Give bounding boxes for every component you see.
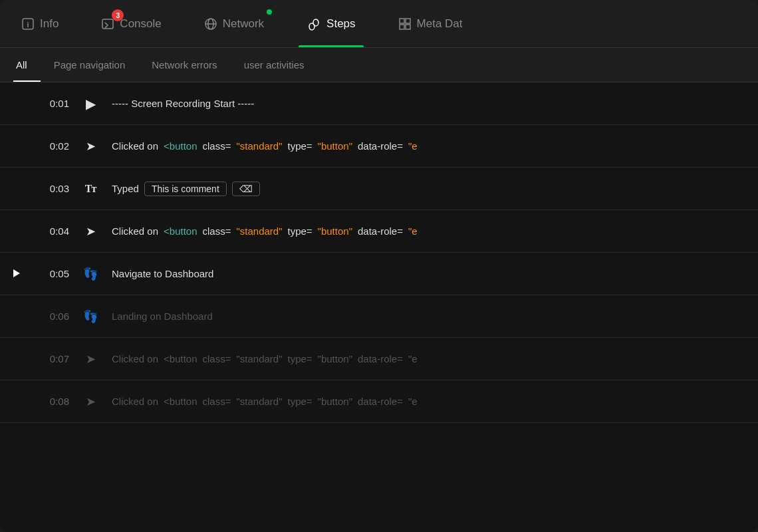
- step-time: 0:08: [37, 396, 69, 407]
- typed-label: Typed: [112, 183, 139, 194]
- code-attr-class: class=: [203, 140, 231, 152]
- info-icon: i: [21, 17, 35, 31]
- cursor-icon: ➤: [86, 352, 96, 366]
- svg-point-7: [313, 19, 318, 26]
- step-time: 0:06: [37, 311, 69, 322]
- step-label: Clicked on: [112, 225, 158, 237]
- code-val-class: "standard": [236, 225, 282, 237]
- step-time: 0:02: [37, 140, 69, 152]
- step-label: Clicked on: [112, 353, 158, 364]
- code-attr-class: class=: [203, 396, 231, 407]
- play-triangle-icon: [13, 269, 20, 277]
- cursor-icon: ➤: [86, 139, 96, 154]
- code-attr-datarole: data-role=: [358, 396, 403, 407]
- step-row[interactable]: 0:07 ➤ Clicked on <button class="standar…: [0, 338, 758, 380]
- filter-user-activities[interactable]: user activities: [231, 48, 318, 82]
- filter-user-activities-label: user activities: [244, 59, 305, 70]
- svg-rect-2: [102, 19, 113, 29]
- code-tag: <button: [164, 353, 197, 364]
- svg-rect-10: [400, 25, 404, 29]
- step-content: Clicked on <button class="standard" type…: [112, 396, 745, 407]
- code-val-datarole: "e: [408, 396, 418, 407]
- step-content: Navigate to Dashboard: [112, 268, 745, 279]
- tab-network-label: Network: [223, 17, 264, 31]
- step-row[interactable]: 0:01 ▶ ----- Screen Recording Start ----…: [0, 82, 758, 125]
- step-text: ----- Screen Recording Start -----: [112, 98, 254, 109]
- code-val-type: "button": [318, 353, 352, 364]
- step-row[interactable]: 0:08 ➤ Clicked on <button class="standar…: [0, 380, 758, 423]
- code-val-datarole: "e: [408, 353, 418, 364]
- steps-icon: [307, 17, 321, 31]
- step-content: Landing on Dashboard: [112, 311, 745, 322]
- backspace-box: ⌫: [232, 182, 260, 196]
- tab-console[interactable]: Console 3: [80, 0, 182, 47]
- filter-all-label: All: [16, 59, 27, 70]
- tab-metadata[interactable]: Meta Dat: [377, 0, 484, 47]
- step-icon-cell: ➤: [80, 352, 101, 366]
- type-icon: Tт: [85, 183, 96, 195]
- step-label: Clicked on: [112, 140, 158, 152]
- step-row[interactable]: 0:02 ➤ Clicked on <button class="standar…: [0, 125, 758, 168]
- code-attr-datarole: data-role=: [358, 140, 403, 152]
- code-val-datarole: "e: [408, 140, 418, 152]
- code-attr-type: type=: [287, 140, 312, 152]
- network-active-dot: [267, 9, 272, 15]
- code-val-class: "standard": [236, 353, 282, 364]
- step-row[interactable]: 0:03 Tт Typed This is comment ⌫: [0, 168, 758, 210]
- typed-value-box: This is comment: [144, 182, 227, 196]
- step-content: ----- Screen Recording Start -----: [112, 98, 745, 109]
- step-text: Navigate to Dashboard: [112, 268, 213, 279]
- step-content: Clicked on <button class="standard" type…: [112, 353, 745, 364]
- tab-steps-label: Steps: [326, 17, 355, 31]
- step-icon-cell: 👣: [80, 309, 101, 324]
- filter-bar: All Page navigation Network errors user …: [0, 48, 758, 82]
- code-val-type: "button": [318, 225, 352, 237]
- step-icon-cell: ▶: [80, 96, 101, 112]
- filter-network-errors-label: Network errors: [152, 59, 217, 70]
- steps-nav-icon: 👣: [83, 309, 98, 324]
- step-time: 0:07: [37, 353, 69, 364]
- step-row[interactable]: 0:04 ➤ Clicked on <button class="standar…: [0, 210, 758, 253]
- step-time: 0:03: [37, 183, 69, 194]
- code-attr-datarole: data-role=: [358, 353, 403, 364]
- step-content: Clicked on <button class="standard" type…: [112, 140, 745, 152]
- step-text: Landing on Dashboard: [112, 311, 213, 322]
- code-attr-type: type=: [287, 396, 312, 407]
- code-val-class: "standard": [236, 140, 282, 152]
- tab-steps[interactable]: Steps: [285, 0, 376, 47]
- step-row[interactable]: 0:05 👣 Navigate to Dashboard: [0, 253, 758, 295]
- code-tag: <button: [164, 140, 197, 152]
- tab-info-label: Info: [40, 17, 59, 31]
- step-time: 0:04: [37, 225, 69, 237]
- tab-network[interactable]: Network: [183, 0, 285, 47]
- code-val-class: "standard": [236, 396, 282, 407]
- code-attr-type: type=: [287, 353, 312, 364]
- step-icon-cell: ➤: [80, 224, 101, 239]
- tab-console-label: Console: [120, 17, 161, 31]
- step-row[interactable]: 0:06 👣 Landing on Dashboard: [0, 295, 758, 338]
- step-time: 0:01: [37, 98, 69, 109]
- step-time: 0:05: [37, 268, 69, 279]
- filter-network-errors[interactable]: Network errors: [138, 48, 230, 82]
- filter-page-nav[interactable]: Page navigation: [41, 48, 139, 82]
- code-tag: <button: [164, 396, 197, 407]
- svg-rect-9: [406, 19, 410, 23]
- code-attr-class: class=: [203, 353, 231, 364]
- filter-all[interactable]: All: [13, 48, 41, 82]
- tab-metadata-label: Meta Dat: [417, 17, 463, 31]
- step-icon-cell: 👣: [80, 267, 101, 281]
- step-content: Typed This is comment ⌫: [112, 182, 745, 196]
- step-label: Clicked on: [112, 396, 158, 407]
- code-attr-type: type=: [287, 225, 312, 237]
- filter-page-nav-label: Page navigation: [54, 59, 126, 70]
- svg-text:i: i: [27, 21, 29, 29]
- code-attr-class: class=: [203, 225, 231, 237]
- tab-info[interactable]: i Info: [0, 0, 80, 47]
- svg-rect-11: [406, 25, 410, 29]
- code-val-datarole: "e: [408, 225, 418, 237]
- cursor-icon: ➤: [86, 224, 96, 239]
- play-button[interactable]: [13, 269, 27, 279]
- code-attr-datarole: data-role=: [358, 225, 403, 237]
- svg-rect-8: [400, 19, 404, 23]
- code-tag: <button: [164, 225, 197, 237]
